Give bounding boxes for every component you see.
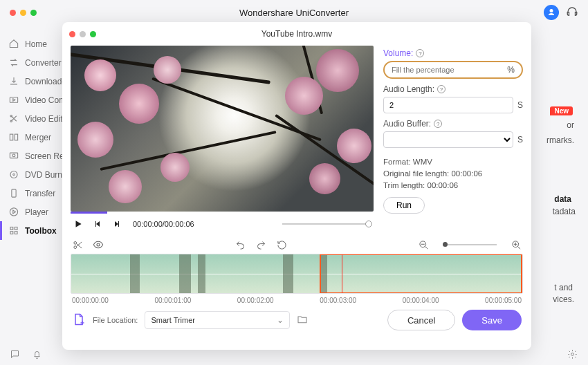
ruler-tick: 00:00:02:00 — [237, 297, 274, 304]
settings-panel: Volume:? % Audio Length:? S Audio Buffer… — [383, 46, 523, 234]
svg-rect-0 — [10, 97, 17, 103]
volume-input[interactable] — [392, 66, 503, 74]
sidebar-item-dvd-burner[interactable]: DVD Burner — [0, 165, 62, 184]
zoom-slider[interactable] — [443, 244, 497, 245]
zoom-in-icon[interactable] — [511, 239, 522, 250]
ruler-tick: 00:00:00:00 — [72, 297, 109, 304]
cut-icon[interactable] — [72, 239, 83, 250]
sidebar-item-label: DVD Burner — [25, 170, 62, 180]
save-button[interactable]: Save — [462, 310, 522, 330]
file-location-select[interactable]: Smart Trimer — [145, 311, 290, 329]
zoom-out-icon[interactable] — [418, 239, 429, 250]
bg-text: tadata — [553, 207, 576, 216]
add-file-icon[interactable] — [72, 312, 86, 328]
bg-text: or — [567, 120, 574, 130]
feedback-icon[interactable] — [10, 349, 21, 360]
cancel-button[interactable]: Cancel — [387, 310, 455, 330]
svg-point-20 — [571, 353, 574, 356]
svg-point-7 — [10, 171, 17, 178]
sidebar-item-label: Video Editor — [25, 114, 62, 124]
status-bar — [0, 344, 588, 365]
video-preview-section: 00:00:00/00:00:06 — [71, 46, 374, 234]
volume-unit: % — [507, 65, 515, 75]
svg-point-8 — [13, 174, 15, 176]
sidebar-item-video-editor[interactable]: Video Editor — [0, 109, 62, 128]
svg-rect-4 — [15, 134, 17, 140]
volume-highlight: % — [383, 61, 523, 79]
sidebar-item-screen-recorder[interactable]: Screen Recorder — [0, 147, 62, 165]
original-length-line: Original file length: 00:00:06 — [383, 169, 523, 178]
app-title: Wondershare UniConverter — [0, 8, 588, 18]
file-location-value: Smart Trimer — [151, 316, 195, 324]
reset-icon[interactable] — [276, 239, 287, 250]
svg-point-17 — [97, 243, 100, 246]
settings-icon[interactable] — [567, 349, 578, 360]
new-badge: New — [550, 106, 573, 115]
bg-text: vices. — [553, 294, 574, 304]
bg-text: data — [554, 194, 571, 204]
audio-length-label: Audio Length: — [383, 84, 434, 94]
sidebar-item-label: Player — [25, 207, 48, 217]
help-icon[interactable]: ? — [437, 85, 445, 93]
svg-rect-14 — [15, 232, 17, 234]
ruler-tick: 00:00:03:00 — [320, 297, 356, 304]
sidebar-item-label: Merger — [25, 133, 51, 142]
eye-icon[interactable] — [93, 239, 104, 250]
ruler-tick: 00:00:01:00 — [154, 297, 191, 304]
timecode: 00:00:00/00:00:06 — [133, 220, 194, 228]
audio-buffer-select[interactable] — [383, 131, 513, 148]
video-preview[interactable] — [71, 46, 374, 212]
audio-length-input[interactable] — [383, 97, 513, 113]
sidebar: Home Converter Downloader Video Compress… — [0, 25, 62, 348]
trim-dialog: YouTube Intro.wmv — [62, 22, 531, 350]
sidebar-item-label: Transfer — [25, 189, 55, 198]
timeline-toolbar — [71, 236, 523, 254]
sidebar-item-downloader[interactable]: Downloader — [0, 72, 62, 91]
svg-rect-9 — [12, 189, 16, 197]
format-line: Format: WMV — [383, 158, 523, 166]
bg-text: t and — [554, 283, 573, 292]
app-titlebar: Wondershare UniConverter — [0, 0, 588, 25]
sidebar-item-label: Downloader — [25, 77, 62, 86]
redo-icon[interactable] — [255, 239, 266, 250]
audio-buffer-label: Audio Buffer: — [383, 119, 431, 129]
sidebar-item-toolbox[interactable]: Toolbox — [0, 221, 62, 240]
play-button[interactable] — [72, 218, 84, 230]
sidebar-item-transfer[interactable]: Transfer — [0, 184, 62, 203]
svg-rect-12 — [15, 227, 17, 230]
sidebar-item-home[interactable]: Home — [0, 35, 62, 53]
run-button[interactable]: Run — [383, 197, 425, 214]
svg-rect-11 — [10, 227, 13, 230]
sidebar-item-label: Toolbox — [25, 226, 57, 236]
unit-label: S — [517, 100, 523, 110]
help-icon[interactable]: ? — [434, 120, 442, 128]
notification-icon[interactable] — [32, 349, 43, 360]
svg-rect-5 — [10, 153, 17, 158]
sidebar-item-player[interactable]: Player — [0, 203, 62, 221]
sidebar-item-label: Converter — [25, 58, 62, 68]
timeline-selection[interactable] — [320, 254, 522, 294]
next-frame-button[interactable] — [111, 218, 123, 230]
timeline[interactable] — [71, 254, 523, 294]
dialog-title: YouTube Intro.wmv — [62, 29, 531, 39]
browse-folder-icon[interactable] — [297, 314, 308, 327]
svg-point-6 — [12, 154, 15, 157]
svg-rect-13 — [10, 232, 13, 234]
ruler-tick: 00:00:04:00 — [403, 297, 439, 304]
trim-length-line: Trim length: 00:00:06 — [383, 181, 523, 189]
timeline-ruler: 00:00:00:00 00:00:01:00 00:00:02:00 00:0… — [71, 294, 523, 304]
help-icon[interactable]: ? — [416, 49, 424, 57]
svg-point-16 — [73, 245, 76, 248]
sidebar-item-label: Screen Recorder — [25, 151, 62, 161]
volume-slider[interactable] — [282, 223, 372, 225]
svg-rect-3 — [10, 134, 12, 140]
timeline-playhead[interactable] — [342, 254, 342, 294]
sidebar-item-merger[interactable]: Merger — [0, 128, 62, 147]
volume-label: Volume: — [383, 48, 413, 58]
sidebar-item-video-compressor[interactable]: Video Compressor — [0, 91, 62, 109]
undo-icon[interactable] — [235, 239, 246, 250]
sidebar-item-label: Video Compressor — [25, 95, 62, 105]
sidebar-item-converter[interactable]: Converter — [0, 53, 62, 72]
prev-frame-button[interactable] — [91, 218, 104, 230]
file-location-label: File Location: — [93, 316, 138, 324]
